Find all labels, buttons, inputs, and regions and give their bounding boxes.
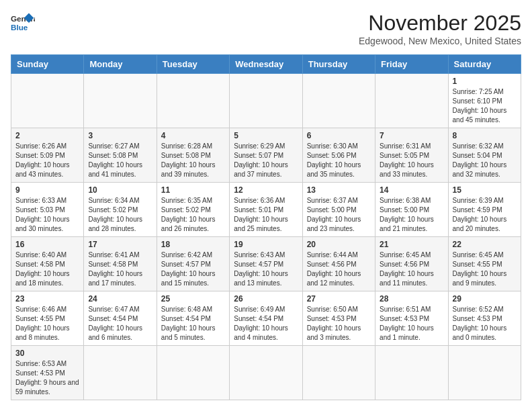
- calendar-cell: [448, 346, 521, 400]
- day-number: 17: [88, 240, 152, 249]
- header: General Blue November 2025 Edgewood, New…: [11, 11, 521, 46]
- calendar-cell: 7Sunrise: 6:31 AM Sunset: 5:05 PM Daylig…: [375, 128, 448, 183]
- weekday-header-wednesday: Wednesday: [230, 55, 302, 74]
- day-info: Sunrise: 6:28 AM Sunset: 5:08 PM Dayligh…: [161, 142, 216, 178]
- calendar-cell: 16Sunrise: 6:40 AM Sunset: 4:58 PM Dayli…: [11, 237, 84, 291]
- day-number: 14: [380, 185, 443, 195]
- calendar-week-row: 23Sunrise: 6:46 AM Sunset: 4:55 PM Dayli…: [11, 291, 521, 346]
- day-info: Sunrise: 6:48 AM Sunset: 4:54 PM Dayligh…: [161, 306, 216, 341]
- day-number: 26: [234, 294, 298, 304]
- day-info: Sunrise: 6:38 AM Sunset: 5:00 PM Dayligh…: [380, 197, 434, 232]
- day-info: Sunrise: 6:27 AM Sunset: 5:08 PM Dayligh…: [88, 142, 142, 178]
- day-info: Sunrise: 6:52 AM Sunset: 4:53 PM Dayligh…: [453, 306, 507, 341]
- calendar-cell: 12Sunrise: 6:36 AM Sunset: 5:01 PM Dayli…: [230, 183, 302, 237]
- day-number: 18: [161, 240, 225, 249]
- day-number: 30: [15, 349, 79, 358]
- calendar-subtitle: Edgewood, New Mexico, United States: [359, 36, 521, 46]
- day-info: Sunrise: 6:40 AM Sunset: 4:58 PM Dayligh…: [15, 251, 70, 287]
- day-number: 7: [380, 131, 443, 140]
- calendar-cell: 21Sunrise: 6:45 AM Sunset: 4:56 PM Dayli…: [375, 237, 448, 291]
- day-number: 13: [307, 185, 371, 195]
- day-info: Sunrise: 6:36 AM Sunset: 5:01 PM Dayligh…: [234, 197, 288, 232]
- day-number: 11: [161, 185, 225, 195]
- day-info: Sunrise: 6:39 AM Sunset: 4:59 PM Dayligh…: [453, 197, 507, 232]
- calendar-cell: [11, 74, 84, 128]
- calendar-cell: 20Sunrise: 6:44 AM Sunset: 4:56 PM Dayli…: [302, 237, 375, 291]
- calendar-week-row: 1Sunrise: 7:25 AM Sunset: 6:10 PM Daylig…: [11, 74, 521, 128]
- calendar-cell: 8Sunrise: 6:32 AM Sunset: 5:04 PM Daylig…: [448, 128, 521, 183]
- day-number: 24: [88, 294, 152, 304]
- day-info: Sunrise: 6:47 AM Sunset: 4:54 PM Dayligh…: [88, 306, 142, 341]
- day-number: 15: [453, 185, 517, 195]
- day-info: Sunrise: 6:45 AM Sunset: 4:56 PM Dayligh…: [380, 251, 434, 287]
- day-number: 9: [15, 185, 79, 195]
- day-number: 23: [15, 294, 79, 304]
- day-number: 8: [453, 131, 517, 140]
- weekday-header-tuesday: Tuesday: [157, 55, 229, 74]
- day-number: 1: [453, 77, 517, 86]
- day-info: Sunrise: 6:32 AM Sunset: 5:04 PM Dayligh…: [453, 142, 507, 178]
- day-info: Sunrise: 6:51 AM Sunset: 4:53 PM Dayligh…: [380, 306, 434, 341]
- weekday-header-monday: Monday: [84, 55, 157, 74]
- day-number: 28: [380, 294, 443, 304]
- calendar-cell: [375, 74, 448, 128]
- calendar-title: November 2025: [359, 11, 521, 36]
- calendar-week-row: 9Sunrise: 6:33 AM Sunset: 5:03 PM Daylig…: [11, 183, 521, 237]
- day-number: 3: [88, 131, 152, 140]
- calendar-cell: 29Sunrise: 6:52 AM Sunset: 4:53 PM Dayli…: [448, 291, 521, 346]
- calendar-cell: [84, 74, 157, 128]
- calendar-week-row: 16Sunrise: 6:40 AM Sunset: 4:58 PM Dayli…: [11, 237, 521, 291]
- calendar-week-row: 2Sunrise: 6:26 AM Sunset: 5:09 PM Daylig…: [11, 128, 521, 183]
- weekday-header-thursday: Thursday: [302, 55, 375, 74]
- day-number: 25: [161, 294, 225, 304]
- weekday-header-sunday: Sunday: [11, 55, 84, 74]
- day-info: Sunrise: 7:25 AM Sunset: 6:10 PM Dayligh…: [453, 88, 507, 124]
- calendar-cell: [375, 346, 448, 400]
- calendar-cell: 11Sunrise: 6:35 AM Sunset: 5:02 PM Dayli…: [157, 183, 229, 237]
- calendar-cell: 15Sunrise: 6:39 AM Sunset: 4:59 PM Dayli…: [448, 183, 521, 237]
- day-number: 5: [234, 131, 298, 140]
- day-info: Sunrise: 6:43 AM Sunset: 4:57 PM Dayligh…: [234, 251, 288, 287]
- calendar-cell: 9Sunrise: 6:33 AM Sunset: 5:03 PM Daylig…: [11, 183, 84, 237]
- calendar-cell: 10Sunrise: 6:34 AM Sunset: 5:02 PM Dayli…: [84, 183, 157, 237]
- calendar-cell: [230, 74, 302, 128]
- calendar-cell: 24Sunrise: 6:47 AM Sunset: 4:54 PM Dayli…: [84, 291, 157, 346]
- day-number: 2: [15, 131, 79, 140]
- calendar-cell: 17Sunrise: 6:41 AM Sunset: 4:58 PM Dayli…: [84, 237, 157, 291]
- weekday-header-row: SundayMondayTuesdayWednesdayThursdayFrid…: [11, 55, 521, 74]
- day-number: 4: [161, 131, 225, 140]
- calendar-table: SundayMondayTuesdayWednesdayThursdayFrid…: [11, 54, 521, 400]
- title-section: November 2025 Edgewood, New Mexico, Unit…: [359, 11, 521, 46]
- calendar-cell: 4Sunrise: 6:28 AM Sunset: 5:08 PM Daylig…: [157, 128, 229, 183]
- weekday-header-friday: Friday: [375, 55, 448, 74]
- calendar-cell: 25Sunrise: 6:48 AM Sunset: 4:54 PM Dayli…: [157, 291, 229, 346]
- day-info: Sunrise: 6:29 AM Sunset: 5:07 PM Dayligh…: [234, 142, 288, 178]
- calendar-cell: [302, 346, 375, 400]
- calendar-cell: 22Sunrise: 6:45 AM Sunset: 4:55 PM Dayli…: [448, 237, 521, 291]
- day-info: Sunrise: 6:42 AM Sunset: 4:57 PM Dayligh…: [161, 251, 216, 287]
- day-number: 20: [307, 240, 371, 249]
- calendar-cell: 27Sunrise: 6:50 AM Sunset: 4:53 PM Dayli…: [302, 291, 375, 346]
- day-info: Sunrise: 6:53 AM Sunset: 4:53 PM Dayligh…: [15, 360, 79, 396]
- day-info: Sunrise: 6:44 AM Sunset: 4:56 PM Dayligh…: [307, 251, 361, 287]
- calendar-cell: 1Sunrise: 7:25 AM Sunset: 6:10 PM Daylig…: [448, 74, 521, 128]
- calendar-cell: 2Sunrise: 6:26 AM Sunset: 5:09 PM Daylig…: [11, 128, 84, 183]
- day-info: Sunrise: 6:31 AM Sunset: 5:05 PM Dayligh…: [380, 142, 434, 178]
- day-number: 10: [88, 185, 152, 195]
- day-number: 22: [453, 240, 517, 249]
- day-number: 6: [307, 131, 371, 140]
- calendar-cell: [157, 346, 229, 400]
- calendar-cell: 30Sunrise: 6:53 AM Sunset: 4:53 PM Dayli…: [11, 346, 84, 400]
- day-info: Sunrise: 6:49 AM Sunset: 4:54 PM Dayligh…: [234, 306, 288, 341]
- calendar-cell: [302, 74, 375, 128]
- day-number: 16: [15, 240, 79, 249]
- svg-text:Blue: Blue: [11, 23, 28, 32]
- day-number: 27: [307, 294, 371, 304]
- logo: General Blue: [11, 11, 35, 35]
- calendar-cell: 26Sunrise: 6:49 AM Sunset: 4:54 PM Dayli…: [230, 291, 302, 346]
- day-number: 29: [453, 294, 517, 304]
- day-info: Sunrise: 6:33 AM Sunset: 5:03 PM Dayligh…: [15, 197, 70, 232]
- calendar-cell: 19Sunrise: 6:43 AM Sunset: 4:57 PM Dayli…: [230, 237, 302, 291]
- day-info: Sunrise: 6:35 AM Sunset: 5:02 PM Dayligh…: [161, 197, 216, 232]
- calendar-cell: [84, 346, 157, 400]
